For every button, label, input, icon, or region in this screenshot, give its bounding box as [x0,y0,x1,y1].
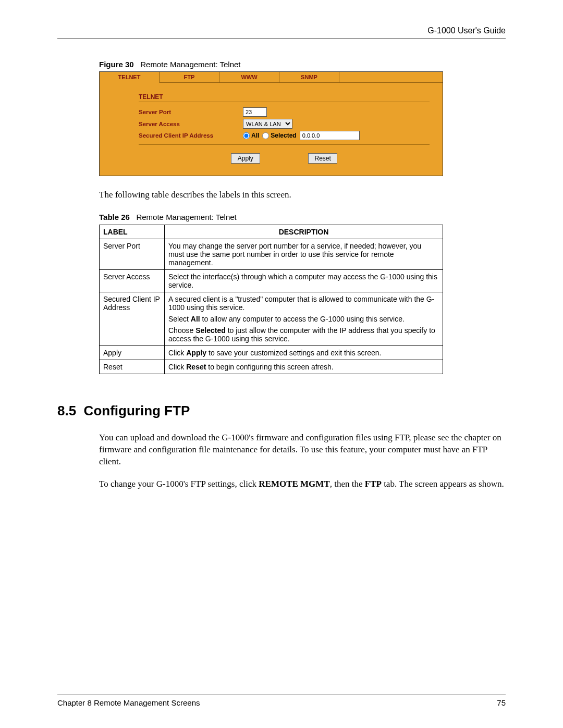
section-heading-ftp: 8.5 Configuring FTP [57,403,506,419]
label-secured-ip: Secured Client IP Address [139,132,243,139]
cell-label: Secured Client IP Address [100,292,165,346]
cell-para: Click Reset to begin configuring this sc… [168,363,439,371]
cell-para: Select All to allow any computer to acce… [168,315,439,323]
tab-spacer [339,72,443,83]
button-row: Apply Reset [139,153,430,166]
table-title: Remote Management: Telnet [136,213,236,221]
radio-selected-wrap[interactable]: Selected [262,132,296,139]
section-number: 8.5 [57,403,76,418]
cell-para: Click Apply to save your customized sett… [168,349,439,357]
cell-label: Reset [100,360,165,374]
th-description: DESCRIPTION [165,225,443,239]
table-row: ApplyClick Apply to save your customized… [100,346,443,360]
footer-page-number: 75 [497,698,506,707]
cell-description: Click Reset to begin configuring this sc… [165,360,443,374]
telnet-config-panel: TELNET FTP WWW SNMP TELNET Server Port S… [99,71,443,176]
description-table: LABEL DESCRIPTION Server PortYou may cha… [99,225,443,374]
intro-paragraph: The following table describes the labels… [99,189,506,201]
table-row: Server AccessSelect the interface(s) thr… [100,269,443,292]
th-label: LABEL [100,225,165,239]
p2-b1: REMOTE MGMT [259,479,329,489]
cell-label: Apply [100,346,165,360]
cell-label: Server Access [100,269,165,292]
p2-post: tab. The screen appears as shown. [382,479,504,489]
p2-mid: , then the [330,479,365,489]
label-server-port: Server Port [139,109,243,115]
figure-title: Remote Management: Telnet [140,60,240,69]
page-footer: Chapter 8 Remote Management Screens 75 [57,695,506,707]
tab-ftp[interactable]: FTP [160,72,219,83]
reset-button[interactable]: Reset [308,153,337,164]
apply-button[interactable]: Apply [231,153,260,164]
server-port-input[interactable] [243,107,267,117]
secured-ip-input[interactable] [300,131,360,140]
row-server-port: Server Port [139,107,430,117]
table-row: Server PortYou may change the server por… [100,239,443,269]
label-server-access: Server Access [139,121,243,127]
header-rule [57,39,506,39]
radio-all-label: All [251,132,259,139]
figure-label: Figure 30 [99,60,134,69]
footer-rule [57,695,506,695]
section-title-telnet: TELNET [139,93,430,102]
cell-para: You may change the server port number fo… [168,242,439,267]
p2-pre: To change your G-1000's FTP settings, cl… [99,479,259,489]
cell-description: You may change the server port number fo… [165,239,443,269]
cell-para: Choose Selected to just allow the comput… [168,326,439,343]
cell-para: Select the interface(s) through which a … [168,273,439,289]
remote-mgmt-tabs: TELNET FTP WWW SNMP [100,72,443,83]
cell-description: Select the interface(s) through which a … [165,269,443,292]
cell-para: A secured client is a "trusted" computer… [168,295,439,312]
table-caption: Table 26 Remote Management: Telnet [99,213,506,221]
ftp-para-2: To change your G-1000's FTP settings, cl… [99,478,506,490]
cell-description: A secured client is a "trusted" computer… [165,292,443,346]
form-separator [139,144,430,145]
server-access-select[interactable]: WLAN & LAN [243,119,292,129]
radio-selected[interactable] [262,132,269,139]
cell-label: Server Port [100,239,165,269]
cell-description: Click Apply to save your customized sett… [165,346,443,360]
row-server-access: Server Access WLAN & LAN [139,119,430,129]
p2-b2: FTP [365,479,382,489]
table-row: Secured Client IP AddressA secured clien… [100,292,443,346]
radio-all[interactable] [243,132,250,139]
section-title: Configuring FTP [84,403,190,418]
tab-telnet[interactable]: TELNET [100,72,160,83]
table-row: ResetClick Reset to begin configuring th… [100,360,443,374]
tab-www[interactable]: WWW [219,72,279,83]
tab-snmp[interactable]: SNMP [279,72,339,83]
figure-caption: Figure 30 Remote Management: Telnet [99,60,506,69]
radio-all-wrap[interactable]: All [243,132,259,139]
radio-selected-label: Selected [271,132,296,139]
table-label: Table 26 [99,213,130,221]
page-header: G-1000 User's Guide [57,26,506,35]
ftp-para-1: You can upload and download the G-1000's… [99,432,506,468]
footer-chapter: Chapter 8 Remote Management Screens [57,698,200,707]
row-secured-ip: Secured Client IP Address All Selected [139,131,430,140]
